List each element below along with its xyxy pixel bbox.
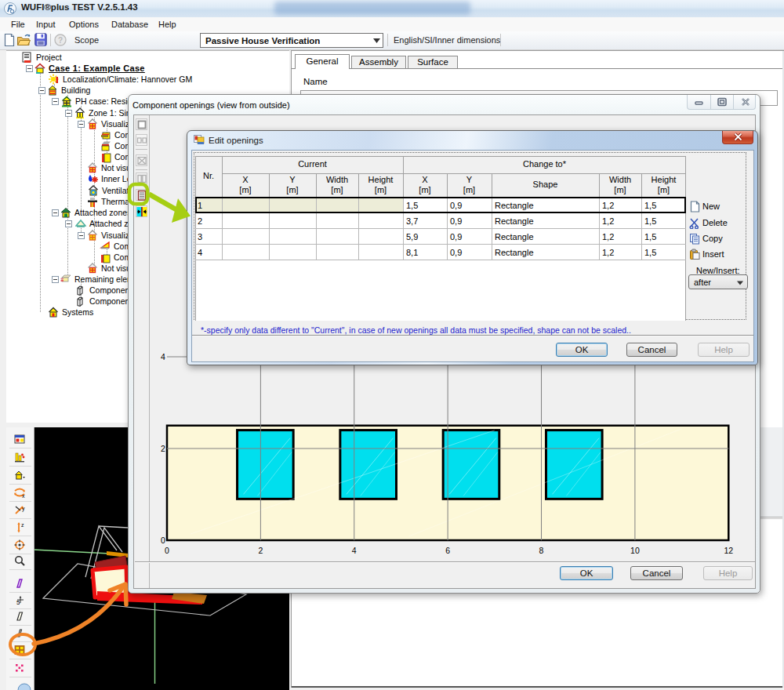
svg-text:x: x (22, 493, 25, 499)
svg-text:?: ? (58, 36, 63, 45)
svg-text:y: y (22, 506, 25, 512)
svg-text:z: z (21, 522, 24, 528)
